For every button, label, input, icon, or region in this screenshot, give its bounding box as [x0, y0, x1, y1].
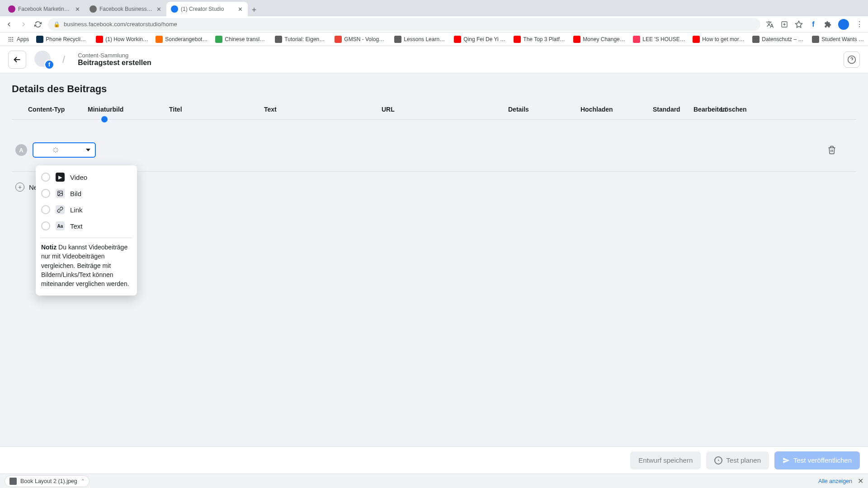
close-icon[interactable]: ✕: [858, 477, 863, 485]
url-text: business.facebook.com/creatorstudio/home: [64, 21, 177, 28]
dropdown-label: Link: [70, 206, 83, 214]
chevron-up-icon[interactable]: ⌃: [81, 479, 85, 483]
download-item[interactable]: Book Layout 2 (1).jpeg ⌃: [5, 475, 90, 487]
close-icon[interactable]: ✕: [156, 6, 162, 12]
forward-icon[interactable]: [19, 20, 28, 29]
dropdown-option-text[interactable]: Aa Text: [39, 218, 133, 234]
footer-bar: Entwurf speichern Test planen Test veröf…: [0, 446, 868, 474]
bookmark-item[interactable]: Tutorial: Eigene Fa…: [272, 34, 330, 45]
cursor-icon: [52, 147, 59, 153]
variant-badge: A: [15, 144, 27, 156]
plus-icon: +: [15, 183, 24, 192]
text-icon: Aa: [56, 221, 65, 230]
browser-tab-active[interactable]: (1) Creator Studio ✕: [166, 2, 248, 16]
bookmark-favicon-icon: [633, 36, 640, 43]
bookmark-label: How to get more v…: [702, 36, 745, 42]
dropdown-note: Notiz Du kannst Videobeiträge nur mit Vi…: [39, 242, 133, 292]
bookmarks-bar: Apps Phone Recycling … (1) How Working a…: [0, 33, 868, 46]
bookmark-item[interactable]: Datenschutz – Re…: [750, 34, 807, 45]
bookmark-item[interactable]: Phone Recycling …: [33, 34, 91, 45]
schedule-test-button[interactable]: Test planen: [706, 451, 769, 469]
app-header: f / Content-Sammlung Beitragstest erstel…: [0, 46, 868, 73]
dropdown-label: Text: [70, 222, 83, 230]
star-icon[interactable]: [795, 20, 803, 28]
bookmark-favicon-icon: [693, 36, 700, 43]
favicon-icon: [8, 5, 15, 13]
svg-point-5: [59, 192, 60, 193]
show-all-downloads[interactable]: Alle anzeigen: [818, 478, 852, 484]
download-filename: Book Layout 2 (1).jpeg: [20, 478, 77, 484]
radio-icon: [41, 189, 50, 198]
bookmark-item[interactable]: LEE 'S HOUSE—…: [630, 34, 688, 45]
content-type-select[interactable]: [33, 142, 96, 158]
column-header-titel: Titel: [169, 106, 264, 113]
bookmark-label: Qing Fei De Yi - Y…: [463, 36, 506, 42]
browser-tab[interactable]: Facebook Business Suite ✕: [85, 2, 166, 16]
publish-test-button[interactable]: Test veröffentlichen: [774, 451, 860, 469]
help-button[interactable]: [844, 52, 860, 68]
facebook-icon[interactable]: f: [809, 20, 817, 28]
dropdown-option-link[interactable]: Link: [39, 202, 133, 218]
bookmark-label: Datenschutz – Re…: [762, 36, 805, 42]
toolbar-icons: f ⋮: [766, 19, 863, 30]
bookmark-label: The Top 3 Platfor…: [523, 36, 566, 42]
bookmark-label: (1) How Working a…: [105, 36, 148, 42]
header-titles: Content-Sammlung Beitragstest erstellen: [78, 52, 151, 67]
collection-label: Content-Sammlung: [78, 52, 151, 59]
apps-icon: [7, 36, 14, 43]
bookmark-favicon-icon: [573, 36, 580, 43]
bookmark-favicon-icon: [514, 36, 521, 43]
browser-toolbar: 🔒 business.facebook.com/creatorstudio/ho…: [0, 16, 868, 33]
bookmark-item[interactable]: (1) How Working a…: [93, 34, 151, 45]
profile-avatar[interactable]: [838, 19, 849, 30]
bookmark-item[interactable]: The Top 3 Platfor…: [511, 34, 569, 45]
bookmark-favicon-icon: [215, 36, 222, 43]
new-tab-button[interactable]: +: [248, 4, 260, 16]
dropdown-option-video[interactable]: ▶ Video: [39, 169, 133, 185]
column-header-loeschen: Löschen: [721, 106, 757, 113]
bookmark-item[interactable]: Money Changes E…: [571, 34, 628, 45]
column-header-miniaturbild: Miniaturbild: [88, 106, 169, 113]
bookmark-item[interactable]: Sonderangebot! J…: [153, 34, 211, 45]
browser-tab[interactable]: Facebook Marketing & Werbea… ✕: [4, 2, 85, 16]
back-icon[interactable]: [5, 20, 14, 29]
address-bar[interactable]: 🔒 business.facebook.com/creatorstudio/ho…: [48, 18, 760, 31]
bookmark-label: Sonderangebot! J…: [165, 36, 208, 42]
dropdown-option-bild[interactable]: Bild: [39, 185, 133, 202]
bookmark-label: Phone Recycling …: [46, 36, 89, 42]
delete-button[interactable]: [826, 145, 837, 155]
close-icon[interactable]: ✕: [237, 6, 243, 12]
download-bar: Book Layout 2 (1).jpeg ⌃ Alle anzeigen ✕: [0, 474, 868, 488]
bookmark-label: Apps: [17, 36, 29, 42]
radio-icon: [41, 221, 50, 230]
facebook-badge-icon: f: [44, 60, 54, 70]
bookmark-label: GMSN - Vologda,…: [344, 36, 387, 42]
add-variant-button[interactable]: + Neue Variante hinzufügen: [12, 172, 856, 202]
extensions-icon[interactable]: [824, 20, 832, 28]
apps-button[interactable]: Apps: [5, 34, 32, 45]
bookmark-item[interactable]: Lessons Learned f…: [392, 34, 449, 45]
bookmark-item[interactable]: GMSN - Vologda,…: [332, 34, 390, 45]
bookmark-item[interactable]: Qing Fei De Yi - Y…: [451, 34, 509, 45]
menu-icon[interactable]: ⋮: [855, 20, 863, 28]
bookmark-label: Chinese translatio…: [225, 36, 268, 42]
bookmark-favicon-icon: [454, 36, 461, 43]
share-icon[interactable]: [780, 20, 788, 28]
bookmark-item[interactable]: Chinese translatio…: [212, 34, 270, 45]
chevron-down-icon: [86, 149, 90, 151]
variant-row: A: [12, 120, 856, 172]
bookmark-item[interactable]: Student Wants an…: [809, 34, 867, 45]
bookmark-label: Tutorial: Eigene Fa…: [284, 36, 327, 42]
bookmark-favicon-icon: [36, 36, 43, 43]
tab-strip: Facebook Marketing & Werbea… ✕ Facebook …: [0, 0, 868, 16]
favicon-icon: [171, 5, 178, 13]
bookmark-item[interactable]: How to get more v…: [690, 34, 748, 45]
bookmark-favicon-icon: [752, 36, 760, 43]
close-icon[interactable]: ✕: [74, 6, 80, 12]
back-button[interactable]: [8, 51, 26, 69]
save-draft-button[interactable]: Entwurf speichern: [630, 451, 701, 469]
bookmark-favicon-icon: [335, 36, 342, 43]
gtranslate-icon[interactable]: [766, 20, 774, 28]
reload-icon[interactable]: [33, 20, 42, 29]
breadcrumb-separator: /: [62, 54, 65, 66]
